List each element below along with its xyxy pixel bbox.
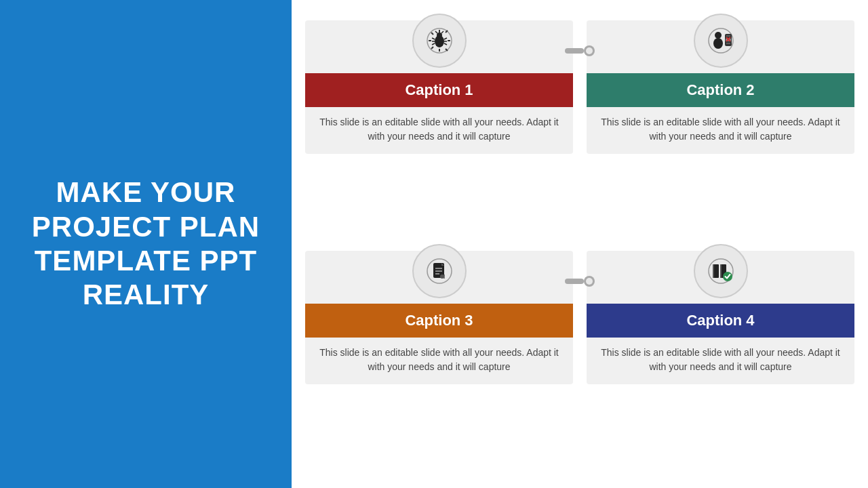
card-body-2: This slide is an editable slide with all… [587,107,854,154]
icon-area-4 [694,244,748,298]
card-1: Caption 1 This slide is an editable slid… [305,20,573,154]
card-wrapper-2: Caption 2 This slide is an editable slid… [587,20,854,237]
svg-point-24 [713,38,723,49]
card-wrapper-3: Caption 3 This slide is an editable slid… [305,251,573,468]
card-body-3: This slide is an editable slide with all… [305,338,573,384]
bug-icon [426,27,453,54]
svg-line-11 [435,31,437,33]
svg-line-13 [432,38,435,39]
person-clock-icon [707,27,734,54]
card-wrapper-4: Caption 4 This slide is an editable slid… [587,251,854,468]
svg-point-23 [715,32,722,39]
svg-rect-46 [720,264,722,278]
caption-bar-1: Caption 1 [305,73,573,107]
caption-label-1: Caption 1 [405,81,473,98]
card-wrapper-1: Caption 1 This slide is an editable slid… [305,20,573,237]
svg-line-18 [444,43,447,45]
svg-line-7 [431,47,433,49]
card-grid: Caption 1 This slide is an editable slid… [305,20,854,468]
card-2: Caption 2 This slide is an editable slid… [587,20,854,154]
caption-label-3: Caption 3 [405,312,473,329]
caption-label-4: Caption 4 [686,312,754,329]
connector-1-2 [565,42,595,60]
svg-point-37 [440,274,444,279]
svg-rect-44 [713,264,714,278]
main-title: MAKE YOUR PROJECT PLAN TEMPLATE PPT REAL… [27,176,264,312]
svg-line-5 [431,33,433,35]
svg-rect-39 [565,279,584,284]
card-body-4: This slide is an editable slide with all… [587,338,854,384]
caption-label-2: Caption 2 [686,81,754,98]
card-3: Caption 3 This slide is an editable slid… [305,251,573,384]
connector-3-4 [565,272,595,290]
books-check-icon [707,258,734,285]
caption-bar-4: Caption 4 [587,304,854,338]
svg-line-16 [444,38,447,39]
svg-rect-19 [565,48,584,54]
left-panel: MAKE YOUR PROJECT PLAN TEMPLATE PPT REAL… [0,0,292,488]
icon-area-2 [694,14,748,68]
svg-point-41 [586,278,593,285]
card-body-1: This slide is an editable slide with all… [305,107,573,154]
caption-bar-2: Caption 2 [587,73,854,107]
svg-point-10 [437,33,442,38]
right-panel: Caption 1 This slide is an editable slid… [292,0,868,488]
document-icon [426,258,453,285]
icon-area-3 [412,244,467,298]
caption-bar-3: Caption 3 [305,304,573,338]
svg-line-12 [441,31,443,33]
svg-line-15 [432,43,435,45]
icon-area-1 [412,14,467,68]
svg-point-21 [586,47,593,54]
card-4: Caption 4 This slide is an editable slid… [587,251,854,384]
